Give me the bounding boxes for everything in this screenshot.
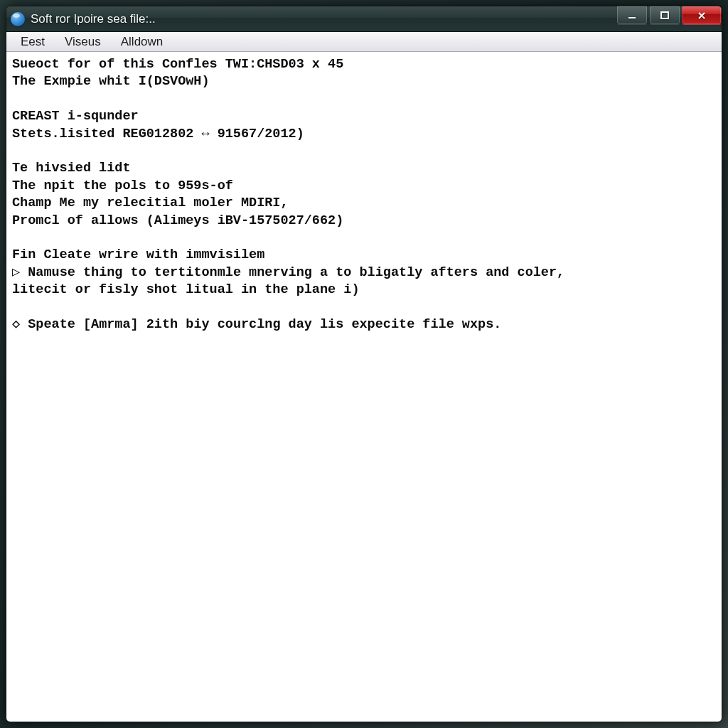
titlebar[interactable]: Soft ror Ipoire sea file:.. <box>6 6 722 32</box>
menubar: Eest Viseus Alldown <box>6 32 722 52</box>
window-title: Soft ror Ipoire sea file:.. <box>31 12 717 26</box>
text-line: The npit the pols to 959s-of <box>12 178 716 195</box>
text-line: ◇ Speate [Amrma] 2ith biy courclng day l… <box>12 316 716 333</box>
menu-alldown[interactable]: Alldown <box>111 33 173 51</box>
close-icon <box>696 11 707 21</box>
text-line <box>12 143 716 160</box>
text-line: Champ Me my relecitial moler MDIRI, <box>12 195 716 212</box>
text-line <box>12 230 716 247</box>
text-line: Fin Cleate wrire with immvisilem <box>12 247 716 264</box>
text-line: Te hivsied lidt <box>12 160 716 177</box>
text-line: ▷ Namuse thing to tertitonmle mnerving a… <box>12 264 716 282</box>
window-controls <box>616 6 722 25</box>
maximize-button[interactable] <box>649 6 680 25</box>
maximize-icon <box>659 11 670 21</box>
text-line <box>12 91 716 108</box>
svg-rect-1 <box>661 12 668 18</box>
text-line: CREAST i-squnder <box>12 108 716 125</box>
app-icon <box>11 12 25 26</box>
menu-eest[interactable]: Eest <box>11 33 55 51</box>
text-line: litecit or fisly shot litual in the plan… <box>12 282 716 299</box>
menu-viseus[interactable]: Viseus <box>55 33 111 51</box>
close-button[interactable] <box>682 6 722 25</box>
minimize-icon <box>626 11 638 21</box>
text-content-area[interactable]: Sueoct for of this Confles TWI:CHSD03 x … <box>6 52 722 722</box>
text-line <box>12 299 716 316</box>
app-window: Soft ror Ipoire sea file:.. Eest Viseus … <box>6 6 722 722</box>
text-line: Promcl of allows (Alimeys iBV-1575027/66… <box>12 213 716 230</box>
minimize-button[interactable] <box>616 6 648 25</box>
text-line: The Exmpie whit I(DSVOwH) <box>12 73 716 90</box>
text-line: Sueoct for of this Confles TWI:CHSD03 x … <box>12 56 716 73</box>
text-line: Stets.lisited REG012802 ↔ 91567/2012) <box>12 126 716 143</box>
